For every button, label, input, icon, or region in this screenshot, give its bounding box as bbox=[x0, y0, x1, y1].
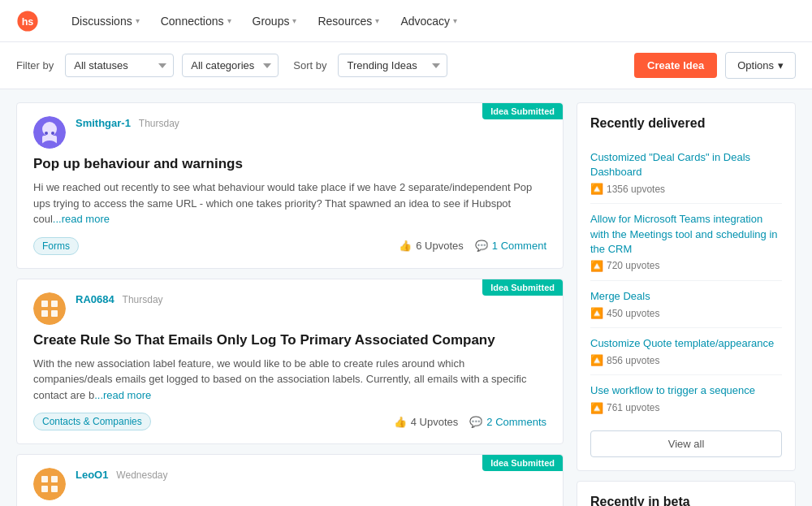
sidebar-delivered-meta-3: 🔼 856 upvotes bbox=[590, 354, 782, 366]
post-meta-1: Smithgar-1 Thursday bbox=[76, 116, 179, 129]
comment-count-1: 1 Comment bbox=[492, 240, 546, 252]
upvote-icon: 🔼 bbox=[590, 402, 603, 414]
comment-btn-1[interactable]: 💬 1 Comment bbox=[475, 240, 546, 252]
svg-rect-11 bbox=[51, 310, 58, 317]
nav-item-discussions[interactable]: Discussions ▾ bbox=[63, 10, 148, 32]
post-header-3: LeoO1 Wednesday bbox=[33, 468, 546, 500]
chevron-down-icon: ▾ bbox=[292, 16, 296, 25]
sidebar-delivered-item-4: Use workflow to trigger a sequence 🔼 761… bbox=[590, 375, 782, 422]
recently-in-beta-card: Recently in beta bbox=[577, 481, 796, 507]
upvote-icon: 🔼 bbox=[590, 354, 603, 366]
upvote-icon-1: 👍 bbox=[399, 240, 412, 252]
post-tag-1[interactable]: Forms bbox=[33, 237, 79, 255]
svg-rect-8 bbox=[41, 301, 48, 307]
idea-badge-2: Idea Submitted bbox=[482, 279, 563, 296]
comment-icon-2: 💬 bbox=[469, 416, 482, 428]
category-filter-select[interactable]: All categories CRM Marketing Sales Servi… bbox=[182, 54, 279, 77]
recently-delivered-title: Recently delivered bbox=[590, 116, 782, 131]
post-actions-1: 👍 6 Upvotes 💬 1 Comment bbox=[399, 240, 546, 252]
post-header-2: RA0684 Thursday bbox=[33, 292, 546, 325]
sidebar-delivered-upvotes-1: 720 upvotes bbox=[607, 260, 659, 271]
post-title-1: Pop up behaviour and warnings bbox=[33, 155, 546, 173]
sidebar-delivered-meta-0: 🔼 1356 upvotes bbox=[590, 183, 782, 195]
read-more-2[interactable]: ...read more bbox=[94, 389, 151, 401]
svg-point-7 bbox=[33, 292, 66, 325]
svg-point-3 bbox=[42, 122, 57, 136]
filter-by-label: Filter by bbox=[16, 59, 54, 71]
sidebar-delivered-upvotes-2: 450 upvotes bbox=[607, 308, 659, 319]
sidebar-delivered-link-2[interactable]: Merge Deals bbox=[590, 289, 782, 304]
read-more-1[interactable]: ...read more bbox=[53, 213, 110, 225]
sidebar-delivered-upvotes-3: 856 upvotes bbox=[607, 355, 659, 366]
create-idea-button[interactable]: Create Idea bbox=[634, 53, 717, 78]
svg-point-12 bbox=[33, 468, 66, 500]
upvote-icon: 🔼 bbox=[590, 260, 603, 272]
upvote-count-1: 6 Upvotes bbox=[416, 240, 464, 252]
top-nav: hs Discussions ▾ Connections ▾ Groups ▾ … bbox=[0, 0, 812, 42]
nav-label-resources: Resources bbox=[317, 15, 372, 28]
nav-item-advocacy[interactable]: Advocacy ▾ bbox=[392, 10, 465, 32]
sidebar-delivered-link-4[interactable]: Use workflow to trigger a sequence bbox=[590, 383, 782, 398]
post-user-1[interactable]: Smithgar-1 bbox=[76, 117, 131, 129]
chevron-down-icon: ▾ bbox=[778, 59, 784, 71]
options-button[interactable]: Options ▾ bbox=[725, 52, 796, 79]
comment-count-2: 2 Comments bbox=[486, 416, 546, 428]
post-meta-3: LeoO1 Wednesday bbox=[76, 468, 168, 481]
chevron-down-icon: ▾ bbox=[453, 16, 457, 25]
recently-delivered-card: Recently delivered Customized "Deal Card… bbox=[577, 102, 796, 471]
post-user-2[interactable]: RA0684 bbox=[76, 293, 114, 305]
nav-item-resources[interactable]: Resources ▾ bbox=[309, 10, 387, 32]
sidebar-delivered-upvotes-4: 761 upvotes bbox=[607, 402, 659, 413]
svg-point-5 bbox=[45, 132, 48, 135]
upvote-btn-2[interactable]: 👍 4 Upvotes bbox=[394, 416, 459, 428]
logo[interactable]: hs bbox=[16, 10, 39, 32]
upvote-icon: 🔼 bbox=[590, 183, 603, 195]
upvote-btn-1[interactable]: 👍 6 Upvotes bbox=[399, 240, 464, 252]
post-card-1: Idea Submitted Smithgar-1 Thursday bbox=[16, 102, 564, 269]
sidebar-delivered-meta-1: 🔼 720 upvotes bbox=[590, 260, 782, 272]
post-date-3: Wednesday bbox=[116, 469, 167, 481]
post-header-1: Smithgar-1 Thursday bbox=[33, 116, 546, 149]
sidebar-delivered-item-2: Merge Deals 🔼 450 upvotes bbox=[590, 281, 782, 328]
comment-btn-2[interactable]: 💬 2 Comments bbox=[469, 416, 546, 428]
svg-rect-15 bbox=[41, 486, 48, 492]
post-actions-2: 👍 4 Upvotes 💬 2 Comments bbox=[394, 416, 546, 428]
nav-label-groups: Groups bbox=[253, 15, 290, 28]
post-excerpt-1: Hi we reached out recently to see what b… bbox=[33, 179, 546, 227]
sort-by-label: Sort by bbox=[293, 59, 326, 71]
chevron-down-icon: ▾ bbox=[375, 16, 379, 25]
comment-icon-1: 💬 bbox=[475, 240, 488, 252]
status-filter-select[interactable]: All statuses Idea Submitted Being Review… bbox=[65, 54, 174, 77]
post-card-3: Idea Submitted LeoO1 Wednesday Change bbox=[16, 454, 564, 506]
nav-label-connections: Connections bbox=[161, 15, 224, 28]
sort-select[interactable]: Trending Ideas Most Upvotes Newest Most … bbox=[338, 54, 447, 77]
view-all-button[interactable]: View all bbox=[590, 430, 782, 457]
sidebar-delivered-meta-4: 🔼 761 upvotes bbox=[590, 402, 782, 414]
upvote-icon-2: 👍 bbox=[394, 416, 407, 428]
svg-rect-10 bbox=[41, 310, 48, 317]
sidebar: Recently delivered Customized "Deal Card… bbox=[577, 102, 796, 506]
upvote-icon: 🔼 bbox=[590, 307, 603, 319]
idea-badge-1: Idea Submitted bbox=[482, 103, 563, 119]
nav-item-connections[interactable]: Connections ▾ bbox=[153, 10, 240, 32]
idea-badge-3: Idea Submitted bbox=[482, 455, 563, 471]
post-date-2: Thursday bbox=[123, 294, 163, 305]
sidebar-delivered-link-1[interactable]: Allow for Microsoft Teams integration wi… bbox=[590, 212, 782, 257]
options-label: Options bbox=[737, 59, 774, 71]
nav-item-groups[interactable]: Groups ▾ bbox=[244, 10, 305, 32]
post-tag-2[interactable]: Contacts & Companies bbox=[33, 413, 151, 430]
post-user-3[interactable]: LeoO1 bbox=[76, 469, 108, 481]
chevron-down-icon: ▾ bbox=[227, 16, 231, 25]
post-date-1: Thursday bbox=[139, 118, 179, 129]
sidebar-delivered-link-0[interactable]: Customized "Deal Cards" in Deals Dashboa… bbox=[590, 150, 782, 179]
svg-rect-9 bbox=[51, 301, 58, 307]
svg-rect-14 bbox=[51, 476, 58, 482]
svg-rect-16 bbox=[51, 486, 58, 492]
upvote-count-2: 4 Upvotes bbox=[411, 416, 459, 428]
sidebar-delivered-link-3[interactable]: Customize Quote template/appearance bbox=[590, 336, 782, 351]
nav-items: Discussions ▾ Connections ▾ Groups ▾ Res… bbox=[63, 10, 465, 32]
svg-text:hs: hs bbox=[22, 15, 34, 27]
nav-label-advocacy: Advocacy bbox=[400, 15, 450, 28]
main-content: Idea Submitted Smithgar-1 Thursday bbox=[0, 89, 812, 506]
recently-in-beta-title: Recently in beta bbox=[590, 495, 782, 507]
